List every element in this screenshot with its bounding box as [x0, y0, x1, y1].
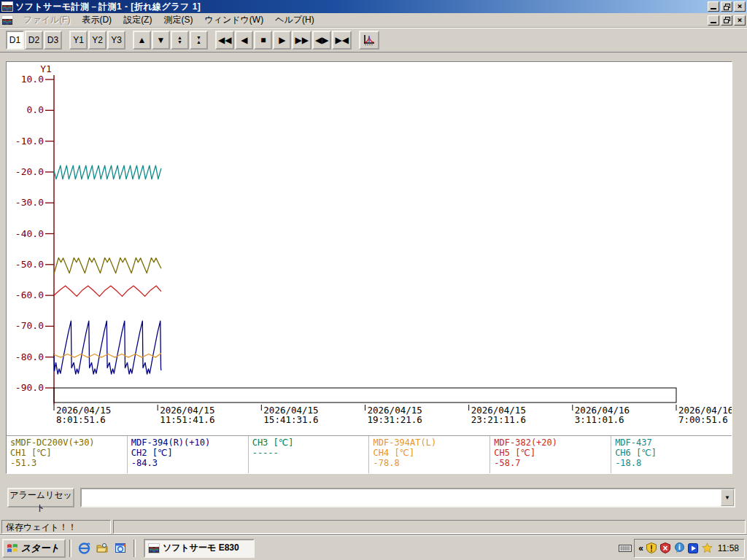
y-tick-label: -30.0: [15, 197, 44, 208]
quick-launch-folder-icon[interactable]: [96, 542, 109, 554]
step-back-button[interactable]: ◀: [235, 31, 253, 50]
window-title: ソフトサーモ計測－計測1 - [折れ線グラフ 1]: [15, 1, 201, 13]
y-tick-label: -80.0: [15, 351, 44, 362]
task-button-label: ソフトサーモ E830: [163, 542, 239, 554]
windows-logo-icon: [7, 542, 18, 554]
client-area: Y110.00.0-10.0-20.0-30.0-40.0-50.0-60.0-…: [0, 52, 747, 518]
restore-button[interactable]: [721, 1, 732, 12]
mdi-child-icon[interactable]: [1, 15, 13, 26]
y-axis-title: Y1: [40, 63, 52, 74]
app-icon: [1, 1, 13, 12]
stop-button[interactable]: ■: [254, 31, 272, 50]
quick-launch-bar: [75, 542, 130, 554]
series-line-ch6: [54, 166, 161, 179]
legend-channel-value: -78.8: [373, 458, 489, 468]
menu-measure[interactable]: 測定(S): [158, 12, 198, 28]
security-alert-shield-icon[interactable]: [660, 542, 671, 553]
legend-channel-label: CH6 [℃]: [615, 448, 732, 458]
info-balloon-icon[interactable]: [674, 542, 685, 553]
legend-channel-label: CH4 [℃]: [373, 448, 489, 458]
alarm-reset-button[interactable]: アラームリセット: [7, 488, 74, 508]
d3-button[interactable]: D3: [44, 31, 62, 50]
mdi-minimize-button[interactable]: [708, 15, 719, 26]
y-tick-label: -70.0: [15, 320, 44, 331]
menu-file[interactable]: ファイル(F): [18, 12, 76, 28]
quick-launch-window-icon[interactable]: [115, 542, 127, 554]
series-line-ch5: [54, 286, 161, 296]
line-chart: Y110.00.0-10.0-20.0-30.0-40.0-50.0-60.0-…: [7, 62, 732, 435]
y-tick-label: -60.0: [15, 289, 44, 300]
legend-channel-name: MDF-382(+20): [494, 438, 611, 448]
status-message: 保存ウェイト！！: [1, 520, 111, 534]
menu-view[interactable]: 表示(D): [76, 12, 117, 28]
legend-cell-ch3: CH3 [℃]-----: [249, 436, 370, 473]
legend-channel-label: CH3 [℃]: [252, 438, 369, 448]
legend-channel-label: CH1 [℃]: [10, 448, 127, 458]
title-bar: ソフトサーモ計測－計測1 - [折れ線グラフ 1] ×: [0, 0, 747, 13]
task-button-softthermo[interactable]: ソフトサーモ E830: [144, 539, 255, 558]
mdi-close-button[interactable]: ×: [734, 15, 746, 26]
legend-cell-ch5: MDF-382(+20)CH5 [℃]-58.7: [490, 436, 611, 473]
x-tick-time: 7:00:51.6: [678, 414, 728, 425]
compress-vertical-button[interactable]: ▼ ▲: [190, 31, 208, 50]
legend-channel-name: sMDF-DC200V(+30): [10, 438, 127, 448]
y2-button[interactable]: Y2: [88, 31, 107, 50]
alarm-combobox-value[interactable]: [82, 489, 721, 506]
d2-button[interactable]: D2: [25, 31, 43, 50]
compress-horizontal-button[interactable]: ▶◀: [332, 31, 351, 50]
tray-expand-chevron[interactable]: «: [638, 543, 643, 553]
menu-settings[interactable]: 設定(Z): [117, 12, 158, 28]
graph-panel: Y110.00.0-10.0-20.0-30.0-40.0-50.0-60.0-…: [6, 61, 732, 474]
x-tick-time: 19:31:21.6: [368, 414, 422, 425]
menu-window[interactable]: ウィンドウ(W): [198, 12, 269, 28]
x-tick-time: 3:11:01.6: [575, 414, 624, 425]
mdi-close-icon: ×: [738, 17, 743, 24]
minimize-button[interactable]: [708, 1, 719, 12]
d1-button[interactable]: D1: [6, 31, 24, 50]
alarm-combobox[interactable]: ▼: [80, 488, 735, 508]
legend-channel-value: -18.8: [615, 458, 732, 468]
security-warning-shield-icon[interactable]: [646, 542, 657, 553]
graph-view-button[interactable]: [359, 31, 379, 50]
close-button[interactable]: ×: [734, 1, 746, 12]
star-status-icon[interactable]: [702, 542, 713, 553]
menu-help[interactable]: ヘルプ(H): [269, 12, 320, 28]
start-button[interactable]: スタート: [2, 539, 66, 558]
step-forward-button[interactable]: ▶: [273, 31, 291, 50]
pan-down-button[interactable]: ▼: [152, 31, 170, 50]
mdi-restore-button[interactable]: [721, 15, 732, 26]
legend-channel-value: -84.3: [131, 458, 248, 468]
fast-forward-button[interactable]: ▶▶: [292, 31, 311, 50]
x-tick-time: 8:01:51.6: [56, 414, 106, 425]
y-tick-label: 0.0: [27, 104, 44, 115]
pan-up-button[interactable]: ▲: [133, 31, 151, 50]
close-icon: ×: [738, 3, 743, 10]
legend-cell-ch2: MDF-394(R)(+10)CH2 [℃]-84.3: [128, 436, 249, 473]
y-tick-label: 10.0: [21, 74, 44, 85]
series-line-ch1: [54, 258, 161, 274]
taskbar: スタート ソフトサーモ E830 «: [0, 535, 747, 560]
start-button-label: スタート: [21, 542, 60, 555]
expand-horizontal-button[interactable]: ◀▶: [312, 31, 331, 50]
rewind-button[interactable]: ◀◀: [215, 31, 234, 50]
taskbar-divider: [133, 540, 136, 557]
quick-launch-ie-icon[interactable]: [78, 542, 90, 554]
combobox-dropdown-button[interactable]: ▼: [721, 489, 734, 506]
restore-icon: [724, 4, 730, 10]
legend-cell-ch1: sMDF-DC200V(+30)CH1 [℃]-51.3: [7, 436, 128, 473]
y1-button[interactable]: Y1: [69, 31, 88, 50]
y3-button[interactable]: Y3: [107, 31, 125, 50]
language-bar-keyboard-icon[interactable]: [616, 540, 634, 557]
status-bar: 保存ウェイト！！: [0, 518, 747, 535]
graph-icon: [363, 34, 376, 46]
media-player-icon[interactable]: [688, 542, 699, 553]
legend-channel-value: -58.7: [494, 458, 611, 468]
y-tick-label: -10.0: [15, 136, 44, 147]
toolbar: D1D2D3 Y1Y2Y3 ▲▼▲ ▼▼ ▲◀◀◀■▶▶▶◀▶▶◀: [0, 28, 747, 52]
expand-vertical-button[interactable]: ▲ ▼: [171, 31, 189, 50]
legend-channel-name: MDF-394(R)(+10): [131, 438, 248, 448]
legend-channel-value: -----: [252, 448, 369, 458]
mdi-restore-icon: [724, 17, 730, 23]
legend-channel-label: CH5 [℃]: [494, 448, 611, 458]
x-tick-time: 23:21:11.6: [471, 414, 526, 425]
